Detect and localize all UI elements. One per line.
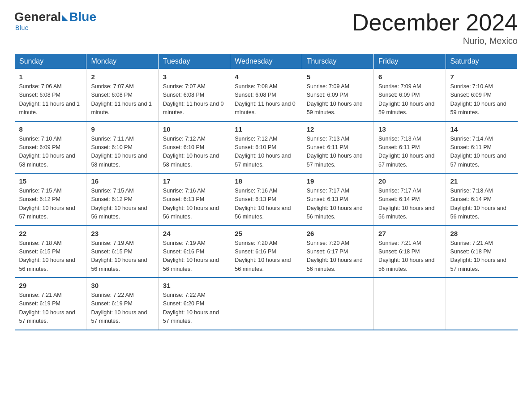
calendar-cell: 21Sunrise: 7:18 AMSunset: 6:14 PMDayligh… <box>446 173 517 226</box>
day-info: Sunrise: 7:15 AMSunset: 6:12 PMDaylight:… <box>91 187 153 222</box>
calendar-cell: 31Sunrise: 7:22 AMSunset: 6:20 PMDayligh… <box>158 278 230 330</box>
day-number: 6 <box>378 73 441 81</box>
day-number: 24 <box>163 230 225 237</box>
day-info: Sunrise: 7:22 AMSunset: 6:19 PMDaylight:… <box>91 291 153 326</box>
day-number: 28 <box>450 230 513 237</box>
day-number: 9 <box>91 125 153 133</box>
weekday-header-row: SundayMondayTuesdayWednesdayThursdayFrid… <box>15 54 518 69</box>
title-area: December 2024 Nurio, Mexico <box>352 11 518 46</box>
day-info: Sunrise: 7:21 AMSunset: 6:18 PMDaylight:… <box>450 239 513 274</box>
day-number: 30 <box>91 282 153 289</box>
logo-blue-text: Blue <box>69 11 96 23</box>
day-info: Sunrise: 7:19 AMSunset: 6:15 PMDaylight:… <box>91 239 153 274</box>
day-info: Sunrise: 7:17 AMSunset: 6:13 PMDaylight:… <box>307 187 369 222</box>
logo-general-text: General <box>14 11 61 23</box>
day-number: 11 <box>235 125 297 133</box>
day-number: 26 <box>307 230 369 237</box>
logo-arrow-icon <box>62 15 68 21</box>
calendar-table: SundayMondayTuesdayWednesdayThursdayFrid… <box>14 53 518 330</box>
day-number: 31 <box>163 282 225 289</box>
day-info: Sunrise: 7:20 AMSunset: 6:16 PMDaylight:… <box>235 239 297 274</box>
calendar-cell: 3Sunrise: 7:07 AMSunset: 6:08 PMDaylight… <box>158 69 230 121</box>
day-number: 1 <box>19 73 82 81</box>
day-number: 16 <box>91 177 153 185</box>
weekday-header-thursday: Thursday <box>302 54 373 69</box>
month-title: December 2024 <box>352 11 518 34</box>
day-info: Sunrise: 7:12 AMSunset: 6:10 PMDaylight:… <box>163 135 225 170</box>
day-info: Sunrise: 7:09 AMSunset: 6:09 PMDaylight:… <box>378 82 441 117</box>
weekday-header-monday: Monday <box>86 54 158 69</box>
day-info: Sunrise: 7:13 AMSunset: 6:11 PMDaylight:… <box>378 135 441 170</box>
day-number: 4 <box>235 73 297 81</box>
calendar-cell: 7Sunrise: 7:10 AMSunset: 6:09 PMDaylight… <box>446 69 517 121</box>
calendar-cell: 17Sunrise: 7:16 AMSunset: 6:13 PMDayligh… <box>158 173 230 226</box>
calendar-cell: 4Sunrise: 7:08 AMSunset: 6:08 PMDaylight… <box>230 69 302 121</box>
day-number: 23 <box>91 230 153 237</box>
calendar-cell: 2Sunrise: 7:07 AMSunset: 6:08 PMDaylight… <box>86 69 158 121</box>
calendar-cell: 28Sunrise: 7:21 AMSunset: 6:18 PMDayligh… <box>446 226 517 278</box>
calendar-cell: 22Sunrise: 7:18 AMSunset: 6:15 PMDayligh… <box>15 226 86 278</box>
day-number: 2 <box>91 73 153 81</box>
calendar-cell: 23Sunrise: 7:19 AMSunset: 6:15 PMDayligh… <box>86 226 158 278</box>
day-number: 10 <box>163 125 225 133</box>
calendar-cell <box>374 278 446 330</box>
day-number: 14 <box>450 125 513 133</box>
day-info: Sunrise: 7:09 AMSunset: 6:09 PMDaylight:… <box>307 82 369 117</box>
day-number: 20 <box>378 177 441 185</box>
page-header: General Blue Blue December 2024 Nurio, M… <box>14 11 518 46</box>
day-number: 15 <box>19 177 82 185</box>
day-number: 3 <box>163 73 225 81</box>
day-info: Sunrise: 7:22 AMSunset: 6:20 PMDaylight:… <box>163 291 225 326</box>
day-info: Sunrise: 7:18 AMSunset: 6:15 PMDaylight:… <box>19 239 82 274</box>
day-number: 7 <box>450 73 513 81</box>
calendar-cell: 9Sunrise: 7:11 AMSunset: 6:10 PMDaylight… <box>86 121 158 174</box>
calendar-cell: 1Sunrise: 7:06 AMSunset: 6:08 PMDaylight… <box>15 69 86 121</box>
day-number: 18 <box>235 177 297 185</box>
day-info: Sunrise: 7:20 AMSunset: 6:17 PMDaylight:… <box>307 239 369 274</box>
day-number: 12 <box>307 125 369 133</box>
day-info: Sunrise: 7:13 AMSunset: 6:11 PMDaylight:… <box>307 135 369 170</box>
day-number: 19 <box>307 177 369 185</box>
calendar-cell: 10Sunrise: 7:12 AMSunset: 6:10 PMDayligh… <box>158 121 230 174</box>
day-info: Sunrise: 7:10 AMSunset: 6:09 PMDaylight:… <box>19 135 82 170</box>
weekday-header-saturday: Saturday <box>446 54 517 69</box>
calendar-cell <box>302 278 373 330</box>
calendar-cell: 13Sunrise: 7:13 AMSunset: 6:11 PMDayligh… <box>374 121 446 174</box>
day-info: Sunrise: 7:16 AMSunset: 6:13 PMDaylight:… <box>163 187 225 222</box>
calendar-week-row: 15Sunrise: 7:15 AMSunset: 6:12 PMDayligh… <box>15 173 518 226</box>
day-info: Sunrise: 7:21 AMSunset: 6:18 PMDaylight:… <box>378 239 441 274</box>
day-number: 13 <box>378 125 441 133</box>
day-info: Sunrise: 7:07 AMSunset: 6:08 PMDaylight:… <box>163 82 225 117</box>
day-info: Sunrise: 7:11 AMSunset: 6:10 PMDaylight:… <box>91 135 153 170</box>
calendar-cell: 12Sunrise: 7:13 AMSunset: 6:11 PMDayligh… <box>302 121 373 174</box>
day-info: Sunrise: 7:06 AMSunset: 6:08 PMDaylight:… <box>19 82 82 117</box>
day-info: Sunrise: 7:07 AMSunset: 6:08 PMDaylight:… <box>91 82 153 117</box>
calendar-cell: 19Sunrise: 7:17 AMSunset: 6:13 PMDayligh… <box>302 173 373 226</box>
calendar-cell: 20Sunrise: 7:17 AMSunset: 6:14 PMDayligh… <box>374 173 446 226</box>
day-number: 21 <box>450 177 513 185</box>
calendar-cell: 26Sunrise: 7:20 AMSunset: 6:17 PMDayligh… <box>302 226 373 278</box>
calendar-cell: 27Sunrise: 7:21 AMSunset: 6:18 PMDayligh… <box>374 226 446 278</box>
weekday-header-tuesday: Tuesday <box>158 54 230 69</box>
calendar-cell: 5Sunrise: 7:09 AMSunset: 6:09 PMDaylight… <box>302 69 373 121</box>
weekday-header-wednesday: Wednesday <box>230 54 302 69</box>
day-info: Sunrise: 7:18 AMSunset: 6:14 PMDaylight:… <box>450 187 513 222</box>
day-info: Sunrise: 7:17 AMSunset: 6:14 PMDaylight:… <box>378 187 441 222</box>
day-info: Sunrise: 7:08 AMSunset: 6:08 PMDaylight:… <box>235 82 297 117</box>
calendar-cell: 24Sunrise: 7:19 AMSunset: 6:16 PMDayligh… <box>158 226 230 278</box>
day-info: Sunrise: 7:10 AMSunset: 6:09 PMDaylight:… <box>450 82 513 117</box>
calendar-cell: 8Sunrise: 7:10 AMSunset: 6:09 PMDaylight… <box>15 121 86 174</box>
calendar-cell <box>230 278 302 330</box>
calendar-cell: 6Sunrise: 7:09 AMSunset: 6:09 PMDaylight… <box>374 69 446 121</box>
day-info: Sunrise: 7:14 AMSunset: 6:11 PMDaylight:… <box>450 135 513 170</box>
calendar-week-row: 22Sunrise: 7:18 AMSunset: 6:15 PMDayligh… <box>15 226 518 278</box>
logo: General Blue Blue <box>14 11 96 31</box>
logo-subtitle: Blue <box>15 24 29 31</box>
day-info: Sunrise: 7:12 AMSunset: 6:10 PMDaylight:… <box>235 135 297 170</box>
calendar-cell: 25Sunrise: 7:20 AMSunset: 6:16 PMDayligh… <box>230 226 302 278</box>
calendar-cell: 15Sunrise: 7:15 AMSunset: 6:12 PMDayligh… <box>15 173 86 226</box>
location: Nurio, Mexico <box>352 36 518 46</box>
day-number: 8 <box>19 125 82 133</box>
calendar-cell: 18Sunrise: 7:16 AMSunset: 6:13 PMDayligh… <box>230 173 302 226</box>
day-number: 29 <box>19 282 82 289</box>
